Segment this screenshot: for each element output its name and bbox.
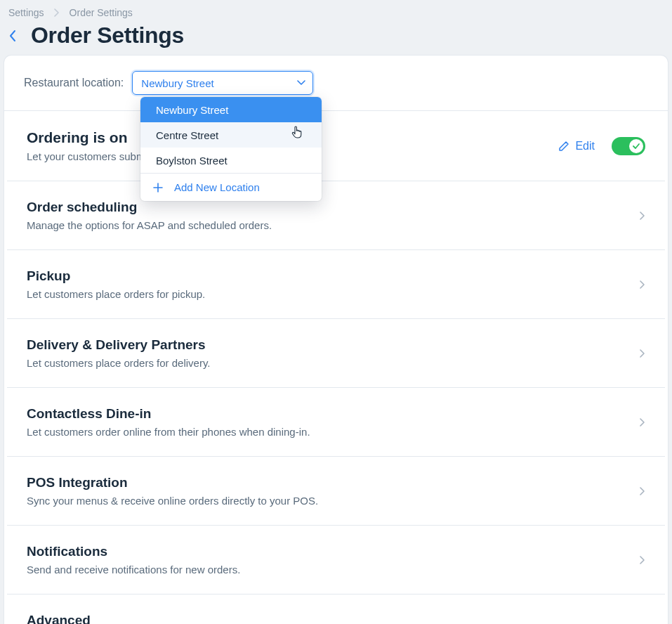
section-subtitle: Let customers order online from their ph…: [27, 426, 630, 438]
section-contactless-dinein[interactable]: Contactless Dine-inLet customers order o…: [7, 388, 665, 457]
chevron-right-icon: [640, 280, 645, 289]
back-button[interactable]: [4, 27, 21, 44]
edit-label: Edit: [575, 140, 595, 152]
location-select[interactable]: Newbury Street: [132, 71, 313, 95]
chevron-right-icon: [640, 556, 645, 564]
location-dropdown: Newbury Street Centre Street Boylston St…: [140, 97, 322, 201]
card-header: Restaurant location: Newbury Street Newb…: [4, 56, 668, 111]
section-subtitle: Sync your menus & receive online orders …: [27, 495, 630, 507]
location-option-1[interactable]: Centre Street: [140, 122, 322, 148]
chevron-right-icon: [640, 418, 645, 427]
pencil-icon: [558, 141, 569, 152]
location-option-2[interactable]: Boylston Street: [140, 148, 322, 173]
section-title: Order scheduling: [27, 200, 630, 215]
sections-list: Ordering is on Let your customers subm E…: [4, 111, 668, 624]
section-title: Pickup: [27, 268, 630, 284]
section-order-scheduling[interactable]: Order schedulingManage the options for A…: [7, 181, 665, 250]
section-delivery[interactable]: Delivery & Delivery PartnersLet customer…: [7, 319, 665, 388]
page-title: Order Settings: [31, 22, 184, 48]
section-title: POS Integration: [27, 475, 630, 490]
section-title: Notifications: [27, 544, 630, 559]
section-subtitle: Let customers place orders for delivery.: [27, 357, 630, 369]
section-notifications[interactable]: NotificationsSend and receive notificati…: [7, 526, 665, 594]
chevron-right-icon: [640, 212, 645, 220]
settings-card: Restaurant location: Newbury Street Newb…: [4, 56, 668, 624]
breadcrumb-current[interactable]: Order Settings: [70, 7, 133, 18]
breadcrumb-root[interactable]: Settings: [8, 7, 44, 18]
ordering-toggle[interactable]: [612, 137, 645, 155]
section-subtitle: Send and receive notifications for new o…: [27, 564, 630, 576]
section-pos-integration[interactable]: POS IntegrationSync your menus & receive…: [7, 457, 665, 526]
edit-ordering[interactable]: Edit: [558, 140, 595, 152]
section-title: Advanced: [27, 613, 630, 624]
chevron-right-icon: [54, 8, 60, 17]
section-advanced[interactable]: AdvancedSet up additional options such a…: [7, 594, 665, 624]
breadcrumb: Settings Order Settings: [0, 0, 672, 20]
location-label: Restaurant location:: [24, 77, 124, 89]
location-selected-value: Newbury Street: [141, 77, 213, 89]
plus-icon: [153, 183, 163, 193]
section-ordering: Ordering is on Let your customers subm E…: [7, 111, 665, 181]
toggle-knob: [629, 139, 643, 153]
section-pickup[interactable]: PickupLet customers place orders for pic…: [7, 250, 665, 319]
chevron-right-icon: [640, 349, 645, 358]
add-new-location[interactable]: Add New Location: [140, 173, 322, 201]
section-title: Contactless Dine-in: [27, 406, 630, 422]
section-subtitle: Let customers place orders for pickup.: [27, 288, 630, 300]
chevron-down-icon: [297, 80, 305, 86]
section-subtitle: Manage the options for ASAP and schedule…: [27, 219, 630, 231]
section-title: Delivery & Delivery Partners: [27, 337, 630, 353]
location-option-0[interactable]: Newbury Street: [140, 97, 322, 122]
add-new-location-label: Add New Location: [174, 181, 260, 193]
chevron-right-icon: [640, 487, 645, 495]
